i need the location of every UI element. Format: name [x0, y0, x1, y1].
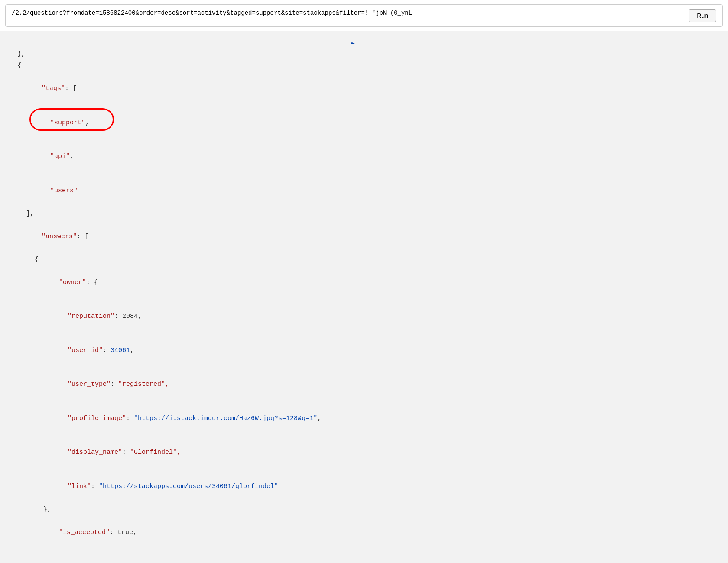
tags-close-line: ],: [0, 208, 728, 220]
user-id-link[interactable]: 34061: [110, 347, 130, 354]
link-line: "link": "https://stackapps.com/users/340…: [0, 469, 728, 504]
is-accepted-line: "is_accepted": true,: [0, 515, 728, 550]
profile-image-link[interactable]: "https://i.stack.imgur.com/Haz6W.jpg?s=1…: [134, 415, 317, 422]
reputation-line: "reputation": 2984,: [0, 300, 728, 334]
user-id-line: "user_id": 34061,: [0, 333, 728, 368]
closing-brace-1: },: [0, 48, 728, 60]
url-bar: /2.2/questions?fromdate=1586822400&order…: [5, 4, 723, 27]
user-type-line: "user_type": "registered",: [0, 368, 728, 402]
run-button[interactable]: Run: [689, 9, 716, 22]
tag-support-line: "support",: [0, 106, 728, 140]
display-name-line: "display_name": "Glorfindel",: [0, 436, 728, 470]
json-response-area: … }, { "tags": [ "support", "api", "user…: [0, 31, 728, 563]
profile-image-line: "profile_image": "https://i.stack.imgur.…: [0, 401, 728, 436]
top-partial-line: …: [0, 36, 728, 48]
answers-key-line: "answers": [: [0, 220, 728, 254]
owner-key-line: "owner": {: [0, 265, 728, 300]
tags-key-line: "tags": [: [0, 72, 728, 106]
score-line: "score": 1,: [0, 550, 728, 563]
answers-open-brace: {: [0, 254, 728, 266]
url-input[interactable]: /2.2/questions?fromdate=1586822400&order…: [12, 9, 683, 18]
tag-users-line: "users": [0, 174, 728, 208]
owner-close: },: [0, 504, 728, 516]
user-link[interactable]: "https://stackapps.com/users/34061/glorf…: [99, 483, 278, 490]
open-brace-2: {: [0, 60, 728, 72]
tag-api-line: "api",: [0, 140, 728, 174]
